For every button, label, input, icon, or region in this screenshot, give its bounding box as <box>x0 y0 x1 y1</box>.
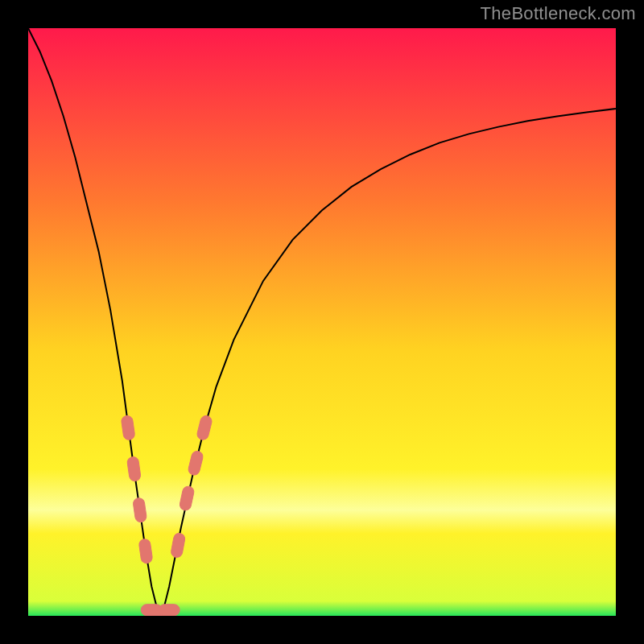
bottleneck-chart-svg <box>28 28 616 616</box>
gradient-background <box>28 28 616 616</box>
chart-frame: TheBottleneck.com <box>0 0 644 644</box>
watermark-text: TheBottleneck.com <box>481 3 636 24</box>
marker-pill <box>159 605 180 616</box>
marker-group-bottom <box>141 605 180 616</box>
plot-area <box>28 28 616 616</box>
